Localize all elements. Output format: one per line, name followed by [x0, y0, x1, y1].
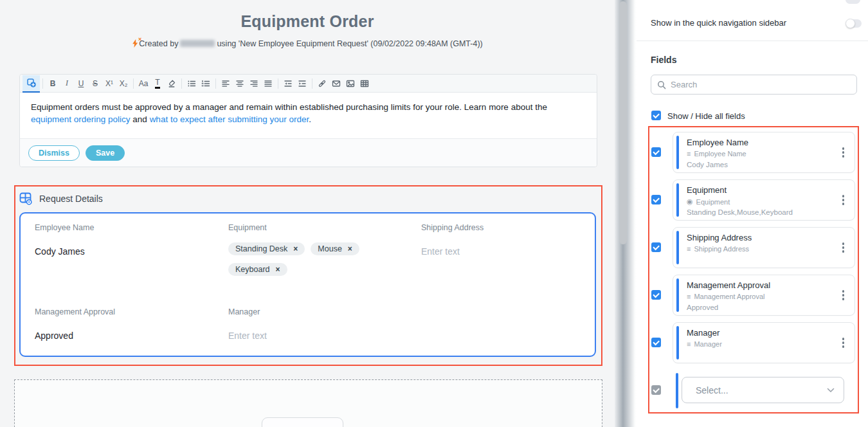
- field-card-subtitle-text: Employee Name: [694, 150, 746, 158]
- bold-icon[interactable]: B: [46, 76, 60, 91]
- align-right-icon[interactable]: [247, 76, 261, 91]
- superscript-icon[interactable]: X¹: [102, 76, 116, 91]
- italic-icon[interactable]: I: [60, 76, 74, 91]
- strikethrough-icon[interactable]: S: [88, 76, 102, 91]
- expectations-link[interactable]: what to expect after submitting your ord…: [150, 114, 309, 124]
- policy-link[interactable]: equipment ordering policy: [31, 114, 131, 124]
- field-card-employee-name[interactable]: Employee Name ≡ Employee Name Cody James: [673, 132, 855, 173]
- field-accent-bar: [676, 183, 679, 217]
- field-visibility-checkbox[interactable]: [651, 147, 661, 157]
- indent-icon[interactable]: [295, 76, 309, 91]
- toolbar-separator: [215, 78, 216, 89]
- insert-field-icon[interactable]: [23, 75, 40, 93]
- toolbar-separator: [278, 78, 278, 89]
- rich-text-editor: B I U S X¹ X₂ Aa T: [19, 74, 597, 167]
- kebab-menu-icon[interactable]: [841, 241, 846, 254]
- chip-label: Standing Desk: [235, 244, 287, 253]
- quick-nav-label: Show in the quick navigation sidebar: [651, 18, 786, 28]
- kebab-menu-icon[interactable]: [841, 336, 846, 349]
- form-section-icon: [19, 192, 33, 205]
- text-field-icon: ≡: [687, 293, 691, 300]
- equipment-chip[interactable]: Mouse×: [311, 242, 359, 255]
- table-icon[interactable]: [357, 76, 372, 91]
- field-visibility-checkbox[interactable]: [651, 242, 661, 252]
- field-visibility-checkbox[interactable]: [651, 338, 661, 347]
- manager-input[interactable]: Enter text: [228, 331, 267, 341]
- creator-prefix: Created by: [139, 39, 178, 48]
- field-card-shipping-address[interactable]: Shipping Address ≡ Shipping Address: [673, 227, 855, 268]
- toolbar-separator: [133, 78, 134, 89]
- search-input[interactable]: [671, 80, 851, 89]
- toolbar-separator: [42, 78, 43, 89]
- quick-nav-toggle[interactable]: [846, 19, 862, 28]
- email-icon[interactable]: [329, 76, 343, 91]
- page-title: Equipment Order: [0, 12, 615, 31]
- search-icon: [657, 80, 666, 89]
- field-card-equipment[interactable]: Equipment ◉ Equipment Standing Desk,Mous…: [673, 179, 855, 221]
- text-field-icon: ≡: [687, 340, 691, 348]
- equipment-chip[interactable]: Standing Desk×: [228, 242, 305, 255]
- field-card-subtitle-text: Management Approval: [694, 293, 764, 300]
- clear-format-icon[interactable]: [165, 76, 179, 91]
- field-card-value: Standing Desk,Mouse,Keyboard: [687, 208, 793, 216]
- kebab-menu-icon[interactable]: [841, 194, 846, 206]
- text-field-icon: ≡: [687, 245, 691, 253]
- chip-remove-icon[interactable]: ×: [293, 244, 298, 253]
- dismiss-button[interactable]: Dismiss: [28, 145, 80, 161]
- image-icon[interactable]: [343, 76, 357, 91]
- outdent-icon[interactable]: [281, 76, 295, 91]
- save-button[interactable]: Save: [86, 145, 125, 161]
- kebab-menu-icon[interactable]: [841, 146, 846, 159]
- show-hide-all-checkbox[interactable]: [651, 111, 661, 120]
- field-card-management-approval[interactable]: Management Approval ≡ Management Approva…: [673, 275, 855, 316]
- shipping-address-label: Shipping Address: [421, 223, 484, 232]
- subscript-icon[interactable]: X₂: [116, 76, 131, 91]
- new-field-checkbox[interactable]: [651, 385, 661, 395]
- body-text: Equipment orders must be approved by a m…: [31, 102, 547, 112]
- kebab-menu-icon[interactable]: [841, 289, 846, 302]
- field-visibility-checkbox[interactable]: [651, 290, 661, 300]
- divider: [637, 41, 868, 41]
- chip-remove-icon[interactable]: ×: [276, 265, 280, 274]
- field-card-value: Cody James: [687, 161, 728, 168]
- font-style-icon[interactable]: Aa: [136, 76, 150, 91]
- field-select-dropdown[interactable]: Select...: [682, 377, 844, 403]
- automation-bolt-icon: ×: [132, 39, 138, 50]
- creator-suffix: using 'New Employee Equipment Request' (…: [217, 39, 482, 48]
- field-card-subtitle-text: Manager: [694, 340, 721, 348]
- underline-icon[interactable]: U: [74, 76, 88, 91]
- add-section-button-partial[interactable]: [262, 417, 343, 427]
- numbered-list-icon[interactable]: [199, 76, 213, 91]
- field-card-value: Approved: [687, 304, 718, 311]
- align-center-icon[interactable]: [233, 76, 247, 91]
- section-title: Request Details: [39, 194, 103, 204]
- align-left-icon[interactable]: [219, 76, 233, 91]
- shipping-address-input[interactable]: Enter text: [421, 246, 460, 257]
- employee-name-value[interactable]: Cody James: [35, 246, 85, 257]
- field-card-subtitle: ≡ Shipping Address: [687, 245, 749, 253]
- body-text: and: [131, 114, 150, 124]
- vertical-scrollbar[interactable]: [619, 1, 627, 244]
- field-visibility-checkbox[interactable]: [651, 195, 661, 204]
- bullet-list-icon[interactable]: [185, 76, 199, 91]
- new-field-row: Select...: [673, 372, 855, 410]
- management-approval-value[interactable]: Approved: [35, 331, 73, 341]
- field-card-title: Shipping Address: [687, 233, 752, 242]
- field-accent-bar: [676, 231, 679, 264]
- field-card-manager[interactable]: Manager ≡ Manager: [673, 322, 855, 363]
- align-justify-icon[interactable]: [261, 76, 275, 91]
- toggle-knob: [845, 19, 855, 28]
- request-details-form[interactable]: Employee Name Equipment Shipping Address…: [19, 212, 596, 357]
- field-accent-bar: [676, 278, 679, 312]
- editor-toolbar: B I U S X¹ X₂ Aa T: [20, 75, 597, 93]
- toolbar-separator: [312, 78, 312, 89]
- link-icon[interactable]: [315, 76, 329, 91]
- equipment-chip[interactable]: Keyboard×: [228, 263, 287, 276]
- field-card-subtitle: ≡ Manager: [687, 340, 722, 348]
- text-color-icon[interactable]: T: [155, 78, 159, 89]
- chip-remove-icon[interactable]: ×: [348, 244, 352, 253]
- select-placeholder: Select...: [696, 385, 827, 395]
- cut-off-toggle[interactable]: [845, 0, 860, 4]
- field-card-title: Equipment: [687, 185, 727, 195]
- editor-body-text[interactable]: Equipment orders must be approved by a m…: [20, 93, 597, 138]
